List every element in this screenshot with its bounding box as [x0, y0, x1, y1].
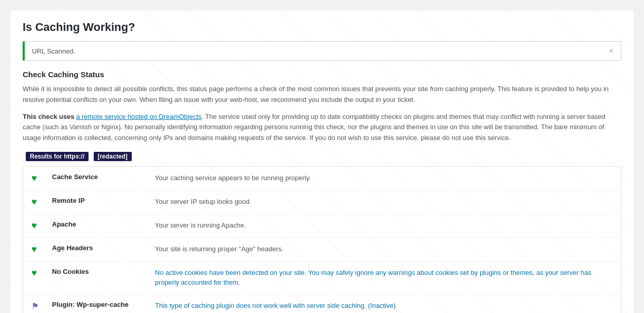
results-label: Results for https:// [redacted] — [23, 152, 621, 161]
remote-notice: This check uses a remote service hosted … — [23, 112, 621, 144]
results-table: ♥Cache ServiceYour caching service appea… — [23, 166, 621, 313]
url-scanned-text: URL Scanned. — [32, 47, 609, 55]
remote-service-link[interactable]: a remote service hosted on DreamObjects — [76, 113, 202, 120]
green-heart-icon: ♥ — [31, 220, 37, 231]
close-icon[interactable]: × — [609, 47, 614, 55]
result-label: Age Headers — [44, 237, 147, 261]
result-description: No active cookies have been detected on … — [147, 261, 621, 294]
green-heart-icon: ♥ — [31, 268, 37, 278]
green-heart-icon: ♥ — [31, 173, 37, 183]
result-label: Remote IP — [44, 190, 147, 214]
green-heart-icon: ♥ — [31, 244, 37, 254]
page-title: Is Caching Working? — [23, 21, 621, 34]
results-url-badge: [redacted] — [94, 152, 132, 161]
result-description: Your caching service appears to be runni… — [147, 166, 621, 190]
result-label: No Cookies — [44, 261, 147, 294]
results-for-text: Results for https:// — [26, 152, 89, 161]
table-row: ⚑Plugin: Wp-super-cacheThis type of cach… — [23, 294, 621, 313]
check-caching-status-heading: Check Caching Status — [23, 70, 621, 79]
table-row: ♥No CookiesNo active cookies have been d… — [23, 261, 621, 294]
table-row: ♥Cache ServiceYour caching service appea… — [23, 166, 621, 190]
url-scanned-bar: URL Scanned. × — [23, 41, 621, 61]
flag-icon: ⚑ — [31, 302, 39, 310]
result-label: Apache — [44, 214, 147, 237]
table-row: ♥Age HeadersYour site is returning prope… — [23, 237, 621, 261]
remote-notice-prefix: This check uses — [23, 113, 76, 120]
check-description: While it is impossible to detect all pos… — [23, 84, 621, 106]
result-label: Plugin: Wp-super-cache — [44, 294, 147, 313]
table-row: ♥Remote IPYour server IP setup looks goo… — [23, 190, 621, 214]
result-description: This type of caching plugin does not wor… — [147, 294, 621, 313]
green-heart-icon: ♥ — [31, 197, 37, 207]
table-row: ♥ApacheYour server is running Apache. — [23, 214, 621, 237]
result-label: Cache Service — [44, 166, 147, 190]
result-description: Your server is running Apache. — [147, 214, 621, 237]
result-description: Your server IP setup looks good. — [147, 190, 621, 214]
result-description: Your site is returning proper "Age" head… — [147, 237, 621, 261]
